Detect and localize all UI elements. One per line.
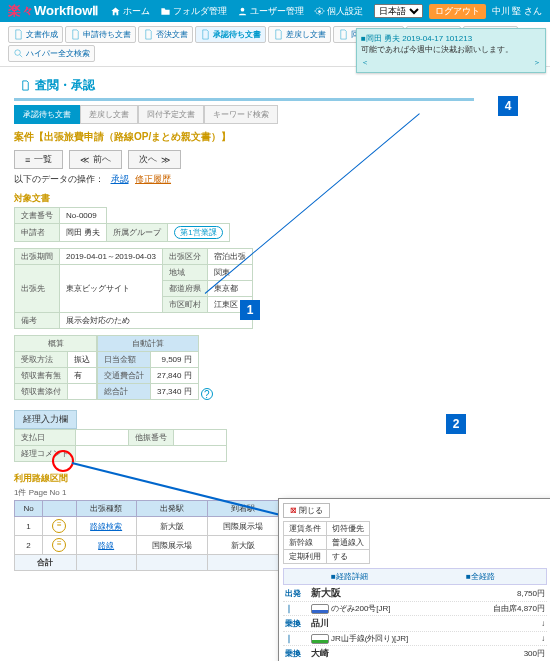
group-badge[interactable]: 第1営業課 xyxy=(174,226,222,239)
close-button[interactable]: ⊠閉じる xyxy=(283,503,330,518)
tool-create[interactable]: 文書作成 xyxy=(8,26,63,43)
prev-button[interactable]: ≪前へ xyxy=(69,150,122,169)
comment-prev[interactable]: ＜ xyxy=(361,57,369,68)
current-user: 中川 堅 さん xyxy=(492,5,542,18)
nav-folder[interactable]: フォルダ管理 xyxy=(160,5,227,18)
route-search-icon[interactable]: ≡ xyxy=(52,519,66,533)
operations-row: 以下のデータの操作： 承認 修正履歴 xyxy=(14,173,474,186)
comment-body: 可能であれば今週中に決裁お願いします。 xyxy=(361,44,541,55)
document-title: 案件【出張旅費申請（路線OP/まとめ親文書）】 xyxy=(14,130,474,144)
svg-point-0 xyxy=(241,7,245,11)
tab-pending-approve[interactable]: 承認待ち文書 xyxy=(14,105,80,124)
section-title: 査閲・承認 xyxy=(14,73,474,101)
route-search-icon[interactable]: ≡ xyxy=(52,538,66,552)
doc-number: No-0009 xyxy=(60,208,107,224)
list-icon: ≡ xyxy=(25,155,30,165)
home-icon xyxy=(110,6,121,17)
tool-remand[interactable]: 差戻し文書 xyxy=(268,26,331,43)
doc-icon xyxy=(13,29,24,40)
target-doc-label: 対象文書 xyxy=(14,192,474,205)
doc-icon xyxy=(273,29,284,40)
tab-all-routes[interactable]: ■全経路 xyxy=(415,569,546,584)
train-icon xyxy=(311,604,329,614)
svg-point-1 xyxy=(318,10,321,13)
tab-route-detail[interactable]: ■経路詳細 xyxy=(284,569,415,584)
accounting-table: 支払日他振番号 経理コメント xyxy=(14,429,227,462)
comment-popup: ■岡田 勇夫 2019-04-17 101213 可能であれば今週中に決裁お願い… xyxy=(356,28,546,73)
badge-4: 4 xyxy=(498,96,518,116)
trip-info-table: 出張期間2019-04-01～2019-04-03出張区分宿泊出張 出張先東京ビ… xyxy=(14,248,253,329)
help-icon[interactable]: ? xyxy=(201,388,213,400)
folder-icon xyxy=(160,6,171,17)
highlight-circle xyxy=(52,450,74,472)
top-bar: 楽々WorkflowⅡ ホーム フォルダ管理 ユーザー管理 個人設定 日本語 ロ… xyxy=(0,0,550,22)
tab-keyword[interactable]: キーワード検索 xyxy=(204,105,278,124)
chevron-left-icon: ≪ xyxy=(80,155,89,165)
applicant: 岡田 勇夫 xyxy=(60,224,107,242)
history-link[interactable]: 修正履歴 xyxy=(135,174,171,184)
doc-icon xyxy=(143,29,154,40)
tool-rejected[interactable]: 否決文書 xyxy=(138,26,193,43)
search-icon xyxy=(13,48,24,59)
next-button[interactable]: 次へ≫ xyxy=(128,150,181,169)
badge-1: 1 xyxy=(240,300,260,320)
close-icon: ⊠ xyxy=(290,506,297,515)
doc-icon xyxy=(70,29,81,40)
svg-point-4 xyxy=(15,50,21,56)
route-detail-popup: ⊠閉じる 運賃条件切符優先 新幹線普通線入 定期利用する ■経路詳細 ■全経路 … xyxy=(278,498,550,661)
tab-remand[interactable]: 差戻し文書 xyxy=(80,105,138,124)
tool-pending-approve[interactable]: 承認待ち文書 xyxy=(195,26,266,43)
calc-block: 概算 受取方法振込 領収書有無有 領収書添付 自動計算 日当金額9,509 円 … xyxy=(14,335,474,400)
nav-user[interactable]: ユーザー管理 xyxy=(237,5,304,18)
list-button[interactable]: ≡一覧 xyxy=(14,150,63,169)
user-icon xyxy=(237,6,248,17)
tab-scheduled[interactable]: 回付予定文書 xyxy=(138,105,204,124)
nav-home[interactable]: ホーム xyxy=(110,5,150,18)
gear-icon xyxy=(314,6,325,17)
doc-icon xyxy=(338,29,349,40)
chevron-right-icon: ≫ xyxy=(161,155,170,165)
doc-icon xyxy=(20,80,31,91)
brand-logo: 楽々WorkflowⅡ xyxy=(8,2,98,20)
comment-next[interactable]: ＞ xyxy=(533,57,541,68)
basic-info-table: 文書番号No-0009 申請者岡田 勇夫所属グループ第1営業課 xyxy=(14,207,230,242)
tool-pending-apply[interactable]: 申請待ち文書 xyxy=(65,26,136,43)
doc-icon xyxy=(200,29,211,40)
nav-settings[interactable]: 個人設定 xyxy=(314,5,363,18)
top-nav: ホーム フォルダ管理 ユーザー管理 個人設定 xyxy=(110,5,363,18)
route-detail-tabs: ■経路詳細 ■全経路 xyxy=(283,568,547,585)
train-icon xyxy=(311,634,329,644)
comment-author: ■岡田 勇夫 2019-04-17 101213 xyxy=(361,33,541,44)
language-select[interactable]: 日本語 xyxy=(374,4,423,18)
approve-link[interactable]: 承認 xyxy=(111,174,129,184)
accounting-header: 経理入力欄 xyxy=(14,410,77,429)
tab-bar: 承認待ち文書 差戻し文書 回付予定文書 キーワード検索 xyxy=(14,105,474,124)
tool-search[interactable]: ハイパー全文検索 xyxy=(8,45,95,62)
condition-table: 運賃条件切符優先 新幹線普通線入 定期利用する xyxy=(283,521,370,564)
badge-2: 2 xyxy=(446,414,466,434)
logout-button[interactable]: ログアウト xyxy=(429,4,486,19)
